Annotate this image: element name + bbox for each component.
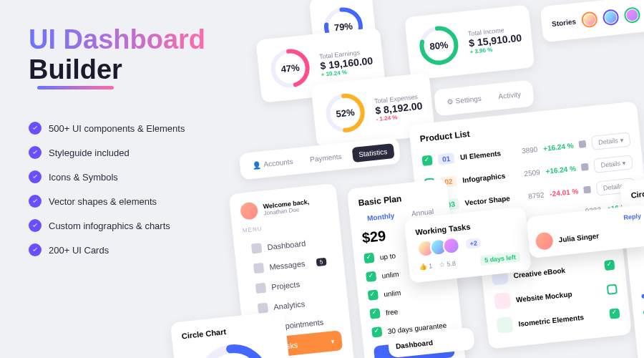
days-left-badge: 5 days left [479, 251, 520, 266]
feature-text: 200+ UI Cards [49, 245, 109, 256]
tab-accounts[interactable]: 👤Accounts [245, 153, 300, 174]
story-avatar[interactable] [623, 6, 640, 24]
rating: ☆ 5.8 [439, 260, 456, 268]
plan-check [364, 253, 374, 263]
check-icon [29, 122, 42, 135]
tab-statistics[interactable]: Statistics [351, 143, 394, 163]
gauge-47: 47% [267, 45, 314, 92]
plan-check [369, 308, 380, 319]
story-avatar[interactable] [602, 9, 619, 26]
doc-icon [581, 163, 589, 171]
gauge-52: 52% [322, 90, 369, 137]
check-icon [29, 146, 42, 159]
badge: 5 [316, 257, 327, 266]
feature-list: 500+ UI components & Elements Styleguide… [29, 122, 185, 268]
feature-text: Styleguide included [49, 147, 130, 158]
details-button[interactable]: Details▾ [594, 155, 633, 173]
dashboard-title: Dashboard [395, 335, 467, 350]
plan-check [366, 271, 376, 282]
tab-monthly[interactable]: Monthly [359, 208, 402, 226]
checkbox[interactable] [604, 260, 615, 271]
tab-settings[interactable]: ⚙Settings [440, 90, 489, 110]
tab-payments[interactable]: Payments [303, 148, 348, 168]
check-icon [29, 243, 42, 256]
reply-avatar [535, 232, 554, 251]
checkbox[interactable] [607, 284, 618, 294]
check-icon [29, 219, 42, 232]
feature-text: Vector shapes & elements [49, 196, 157, 207]
like-icon[interactable]: 👍 1 [419, 262, 432, 271]
stories-label: Stories [552, 17, 577, 27]
circle-chart: 78%Average [190, 337, 277, 358]
checkbox[interactable] [609, 308, 620, 319]
plan-check [368, 289, 379, 300]
check-icon [29, 170, 42, 183]
doc-icon [584, 186, 592, 194]
user-avatar[interactable] [240, 201, 258, 220]
more-badge: +2 [465, 238, 482, 249]
feature-text: Custom infographics & charts [49, 221, 170, 231]
hero-title-line2: Builder [29, 55, 122, 85]
gauge-80: 80% [415, 22, 462, 69]
feature-text: 500+ UI components & Elements [49, 123, 185, 134]
plan-check [371, 326, 382, 337]
checkbox[interactable] [421, 155, 432, 166]
tab-activity[interactable]: Activity [491, 86, 528, 105]
reply-user: Julia Singer [558, 231, 600, 243]
hero-title-line1: UI Dashboard [29, 24, 205, 54]
feature-text: Icons & Symbols [49, 172, 118, 183]
story-avatar[interactable] [581, 11, 598, 28]
details-button[interactable]: Details▾ [591, 132, 630, 150]
chart-title: Circle Chart [630, 180, 644, 200]
plan-title: Basic Plan [358, 193, 402, 208]
doc-icon [579, 140, 587, 148]
check-icon [29, 195, 42, 208]
